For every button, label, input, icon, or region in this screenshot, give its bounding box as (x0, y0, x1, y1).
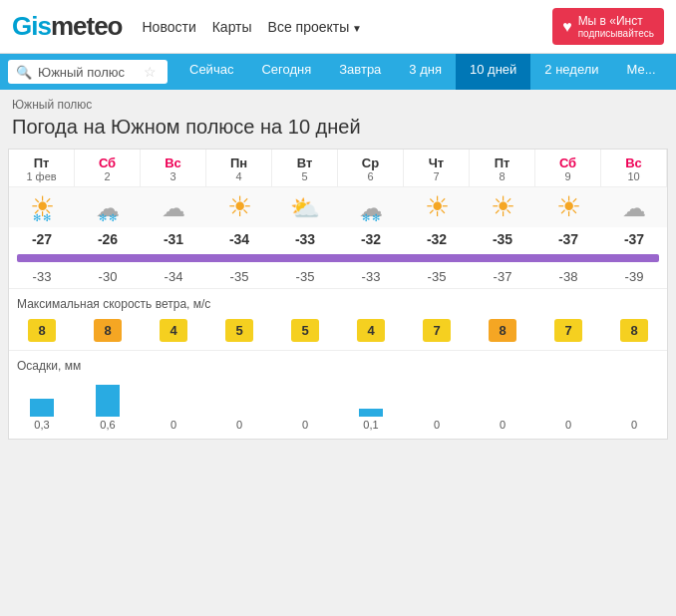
weather-icon-8: ☀ (535, 193, 601, 221)
tab-month[interactable]: Ме... (613, 54, 670, 90)
day-4: Вт 5 (272, 150, 338, 186)
day-date-5: 6 (340, 170, 401, 182)
temp-min-cell-5: -33 (338, 265, 404, 288)
nav-novosti[interactable]: Новости (143, 19, 196, 35)
day-name-5: Ср (340, 155, 401, 170)
temp-max-cell-9: -37 (601, 227, 667, 251)
tab-segodnya[interactable]: Сегодня (247, 54, 325, 90)
nav-vse-proekty[interactable]: Все проекты (268, 19, 362, 35)
day-5: Ср 6 (338, 150, 404, 186)
precip-cell-4: 0 (272, 381, 338, 431)
temp-min-val-7: -37 (494, 269, 512, 284)
temp-max-val-9: -37 (624, 231, 644, 247)
precip-zero-2: 0 (170, 419, 176, 431)
day-date-0: 1 фев (11, 170, 72, 182)
wind-badge-7: 8 (489, 319, 516, 342)
day-date-4: 5 (274, 170, 335, 182)
tab-seychas[interactable]: Сейчас (175, 54, 247, 90)
day-name-6: Чт (406, 155, 467, 170)
tab-zavtra[interactable]: Завтра (325, 54, 395, 90)
social-box[interactable]: ♥ Мы в «Инст подписывайтесь (552, 8, 664, 45)
precip-bar-5 (359, 409, 383, 417)
precip-row: 0,30,60000,10000 (9, 377, 667, 439)
weather-icon-2: ☁ (141, 193, 206, 221)
tabs: Сейчас Сегодня Завтра 3 дня 10 дней 2 не… (175, 54, 670, 90)
temp-min-val-5: -33 (362, 269, 381, 284)
page-title: Погода на Южном полюсе на 10 дней (0, 114, 676, 149)
temp-bar (17, 253, 659, 263)
icons-row: ☀✻ ✻☁✻ ✻☁☀⛅☁✻ ✻☀☀☀☁ (9, 187, 667, 227)
precip-zero-4: 0 (302, 419, 308, 431)
precip-cell-5: 0,1 (338, 381, 404, 431)
day-name-3: Пн (208, 155, 269, 170)
temp-min-val-2: -34 (165, 269, 183, 284)
tab-10days[interactable]: 10 дней (456, 54, 530, 90)
wind-cell-7: 8 (470, 319, 535, 342)
star-icon[interactable]: ☆ (144, 64, 157, 80)
temp-max-row: -27-26-31-34-33-32-32-35-37-37 (9, 227, 667, 251)
day-name-2: Вс (143, 155, 203, 170)
wind-label: Максимальная скорость ветра, м/с (9, 288, 667, 315)
temp-min-val-0: -33 (33, 269, 52, 284)
day-8: Сб 9 (535, 150, 601, 186)
wind-badge-1: 8 (94, 319, 122, 342)
social-text-wrap: Мы в «Инст подписывайтесь (578, 14, 654, 39)
weather-icon-7: ☀ (470, 193, 535, 221)
precip-cell-9: 0 (601, 381, 667, 431)
search-input[interactable] (38, 65, 138, 80)
temp-min-row: -33-30-34-35-35-33-35-37-38-39 (9, 265, 667, 288)
wind-badge-6: 7 (423, 319, 451, 342)
wind-badge-8: 7 (554, 319, 582, 342)
weather-icon-6: ☀ (404, 193, 470, 221)
logo-dark: meteo (51, 11, 123, 41)
nav-karty[interactable]: Карты (212, 19, 252, 35)
precip-zero-6: 0 (434, 419, 440, 431)
precip-cell-2: 0 (141, 381, 206, 431)
temp-max-cell-1: -26 (75, 227, 141, 251)
temp-max-val-3: -34 (229, 231, 249, 247)
logo-blue: Gis (12, 11, 51, 41)
temp-max-cell-4: -33 (272, 227, 338, 251)
temp-min-val-8: -38 (559, 269, 578, 284)
wind-cell-6: 7 (404, 319, 470, 342)
day-date-8: 9 (537, 170, 598, 182)
precip-zero-3: 0 (236, 419, 242, 431)
temp-max-cell-0: -27 (9, 227, 75, 251)
day-6: Чт 7 (404, 150, 470, 186)
wind-cell-2: 4 (141, 319, 206, 342)
precip-cell-1: 0,6 (75, 381, 141, 431)
search-icon: 🔍 (16, 65, 32, 80)
day-date-7: 8 (472, 170, 532, 182)
heart-icon: ♥ (562, 18, 572, 36)
weather-icon-3: ☀ (206, 193, 272, 221)
temp-max-val-7: -35 (493, 231, 512, 247)
temp-max-cell-2: -31 (141, 227, 206, 251)
precip-cell-0: 0,3 (9, 381, 75, 431)
logo[interactable]: Gismeteo (12, 11, 123, 42)
social-sub: подписывайтесь (578, 28, 654, 39)
social-text: Мы в «Инст (578, 14, 654, 28)
precip-zero-8: 0 (565, 419, 571, 431)
precip-label: Осадки, мм (9, 350, 667, 377)
temp-max-val-5: -32 (361, 231, 381, 247)
snow-icon-0: ✻ ✻ (33, 213, 52, 223)
wind-badge-5: 4 (357, 319, 385, 342)
temp-min-cell-8: -38 (535, 265, 601, 288)
day-name-9: Вс (603, 155, 664, 170)
sun-icon-8: ☀ (556, 191, 581, 222)
weather-icon-5: ☁✻ ✻ (338, 193, 404, 221)
tab-3days[interactable]: 3 дня (395, 54, 456, 90)
search-input-wrap: 🔍 ☆ (8, 60, 168, 84)
precip-cell-3: 0 (206, 381, 272, 431)
tab-2weeks[interactable]: 2 недели (530, 54, 612, 90)
temp-max-val-6: -32 (427, 231, 447, 247)
day-1: Сб 2 (75, 150, 141, 186)
cloud-icon-2: ☁ (162, 194, 185, 221)
temp-min-val-1: -30 (99, 269, 118, 284)
day-date-2: 3 (143, 170, 203, 182)
precip-bar-1 (96, 385, 120, 417)
weather-icon-0: ☀✻ ✻ (9, 193, 75, 221)
day-name-8: Сб (537, 155, 598, 170)
purple-bar-full (17, 254, 659, 262)
temp-max-cell-5: -32 (338, 227, 404, 251)
